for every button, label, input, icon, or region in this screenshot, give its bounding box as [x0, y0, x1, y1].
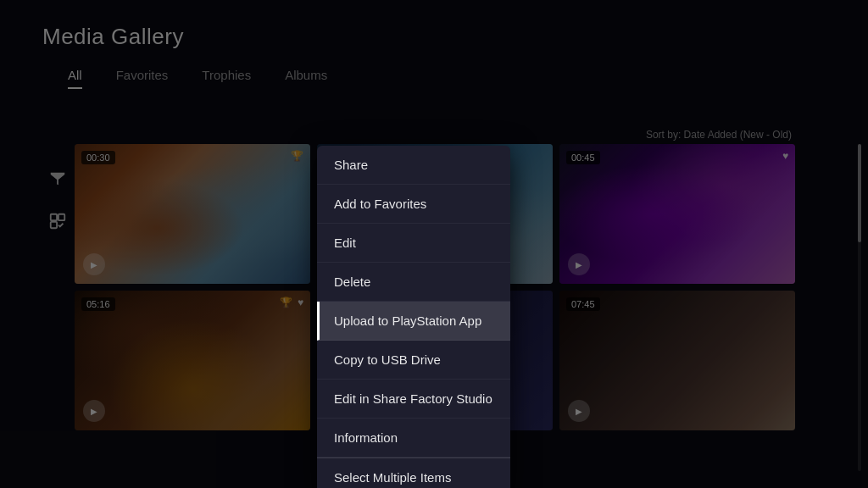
menu-item-copy-usb[interactable]: Copy to USB Drive — [317, 341, 510, 380]
menu-item-upload-ps-app[interactable]: Upload to PlayStation App — [317, 302, 510, 341]
menu-item-share-factory[interactable]: Edit in Share Factory Studio — [317, 380, 510, 419]
menu-item-add-to-favorites[interactable]: Add to Favorites — [317, 185, 510, 224]
menu-item-information[interactable]: Information — [317, 419, 510, 458]
menu-item-delete[interactable]: Delete — [317, 263, 510, 302]
menu-item-edit[interactable]: Edit — [317, 224, 510, 263]
menu-item-share[interactable]: Share — [317, 146, 510, 185]
context-menu: Share Add to Favorites Edit Delete Uploa… — [317, 146, 510, 488]
menu-item-select-multiple[interactable]: Select Multiple Items — [317, 458, 510, 488]
